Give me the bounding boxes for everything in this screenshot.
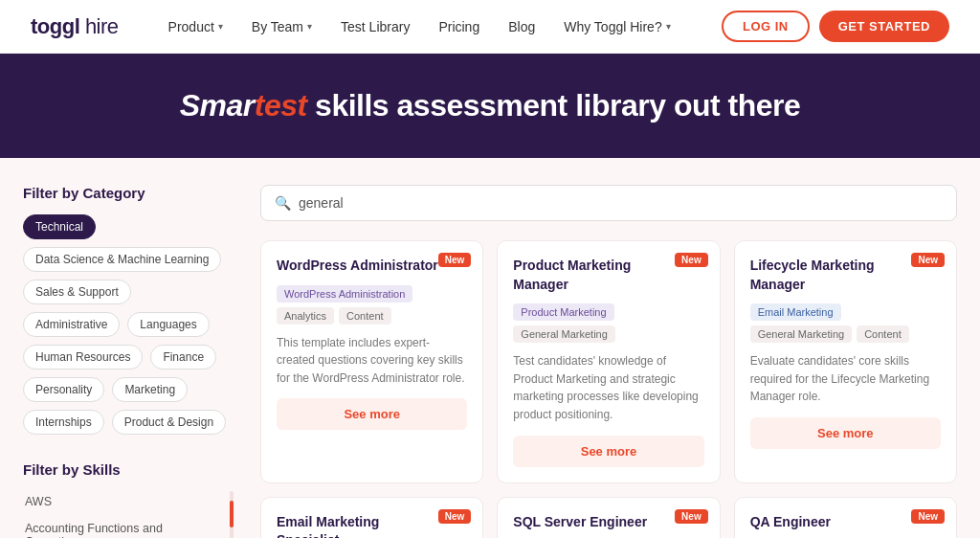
filter-tag-personality[interactable]: Personality [23, 377, 104, 402]
cards-grid: New WordPress Administrator WordPress Ad… [260, 240, 957, 538]
search-bar: 🔍 [260, 185, 957, 221]
logo[interactable]: toggl hire [31, 14, 119, 39]
nav-by-team[interactable]: By Team ▾ [240, 13, 323, 40]
search-input[interactable] [299, 195, 943, 211]
card-badge-new: New [438, 509, 472, 524]
card-tags: Product Marketing General Marketing [513, 303, 703, 343]
logo-text: toggl [31, 14, 79, 38]
card-lifecycle-marketing: New Lifecycle Marketing Manager Email Ma… [734, 240, 957, 483]
card-tag[interactable]: Content [339, 307, 391, 325]
search-icon: 🔍 [275, 195, 291, 211]
chevron-down-icon: ▾ [218, 21, 223, 32]
filter-skills-title: Filter by Skills [23, 461, 234, 478]
logo-suffix: hire [79, 14, 118, 38]
nav-actions: LOG IN GET STARTED [722, 11, 949, 42]
card-tag[interactable]: WordPress Administration [277, 285, 412, 303]
hero-section: Smartest skills assessment library out t… [0, 54, 980, 158]
filter-tag-internships[interactable]: Internships [23, 410, 104, 435]
login-button[interactable]: LOG IN [722, 11, 810, 42]
card-wordpress: New WordPress Administrator WordPress Ad… [260, 240, 483, 483]
skills-list: AWS Accounting Functions and Operations … [23, 491, 224, 538]
card-description: Evaluate candidates' core skills require… [750, 352, 941, 406]
filter-category-title: Filter by Category [23, 185, 234, 201]
get-started-button[interactable]: GET STARTED [819, 11, 949, 42]
card-badge-new: New [911, 253, 945, 267]
nav-why-toggl[interactable]: Why Toggl Hire? ▾ [552, 13, 681, 40]
card-badge-new: New [911, 509, 945, 524]
filter-tag-data-science[interactable]: Data Science & Machine Learning [23, 247, 221, 272]
hero-headline: Smartest skills assessment library out t… [23, 88, 957, 123]
card-badge-new: New [675, 509, 708, 524]
card-qa-engineer: New QA Engineer QA Engineer Testing Gene… [734, 497, 957, 538]
filter-tag-finance[interactable]: Finance [150, 345, 216, 370]
filter-skills-section: Filter by Skills AWS Accounting Function… [23, 461, 234, 538]
filter-tag-technical[interactable]: Technical [23, 214, 96, 239]
filter-category-section: Filter by Category Technical Data Scienc… [23, 185, 234, 435]
navbar: toggl hire Product ▾ By Team ▾ Test Libr… [0, 0, 980, 54]
card-product-marketing: New Product Marketing Manager Product Ma… [497, 240, 720, 483]
card-tags: WordPress Administration Analytics Conte… [277, 285, 467, 325]
filter-tag-sales[interactable]: Sales & Support [23, 280, 131, 304]
card-tag[interactable]: General Marketing [513, 325, 615, 343]
card-tag[interactable]: Product Marketing [513, 303, 613, 321]
nav-test-library[interactable]: Test Library [329, 13, 421, 40]
see-more-button[interactable]: See more [277, 398, 467, 430]
card-sql-engineer: New SQL Server Engineer SQL Server SQL G… [497, 497, 720, 538]
card-description: This template includes expert-created qu… [277, 334, 467, 388]
skill-accounting[interactable]: Accounting Functions and Operations [23, 518, 224, 538]
see-more-button[interactable]: See more [750, 417, 941, 449]
scrollbar-thumb [230, 501, 234, 527]
card-tag[interactable]: Email Marketing [750, 303, 841, 321]
see-more-button[interactable]: See more [513, 436, 703, 467]
main-layout: Filter by Category Technical Data Scienc… [0, 158, 980, 538]
scrollbar-track [230, 491, 234, 538]
skill-aws[interactable]: AWS [23, 491, 224, 512]
nav-pricing[interactable]: Pricing [427, 13, 491, 40]
card-badge-new: New [438, 253, 472, 267]
chevron-down-icon: ▾ [307, 21, 312, 32]
card-badge-new: New [675, 253, 708, 267]
category-tags: Technical Data Science & Machine Learnin… [23, 214, 234, 435]
nav-links: Product ▾ By Team ▾ Test Library Pricing… [157, 13, 722, 40]
filter-tag-hr[interactable]: Human Resources [23, 345, 143, 370]
card-tags: Email Marketing General Marketing Conten… [750, 303, 941, 343]
nav-blog[interactable]: Blog [497, 13, 546, 40]
filter-tag-languages[interactable]: Languages [127, 312, 209, 337]
sidebar: Filter by Category Technical Data Scienc… [23, 185, 234, 538]
card-tag[interactable]: Content [857, 325, 909, 343]
filter-tag-product-design[interactable]: Product & Design [112, 410, 226, 435]
card-tag[interactable]: General Marketing [750, 325, 853, 343]
chevron-down-icon: ▾ [666, 21, 671, 32]
filter-tag-marketing[interactable]: Marketing [112, 377, 188, 402]
card-description: Test candidates' knowledge of Product Ma… [513, 352, 703, 423]
card-tag[interactable]: Analytics [277, 307, 334, 325]
content-area: 🔍 New WordPress Administrator WordPress … [260, 185, 957, 538]
filter-tag-admin[interactable]: Administrative [23, 312, 120, 337]
card-email-marketing: New Email Marketing Specialist Email Mar… [260, 497, 483, 538]
nav-product[interactable]: Product ▾ [157, 13, 234, 40]
